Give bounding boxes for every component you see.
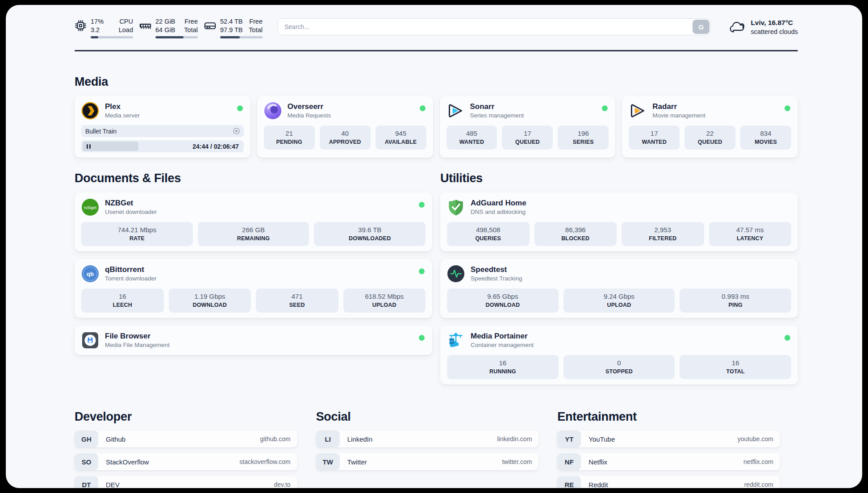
service-card-filebrowser[interactable]: File Browser Media File Management (75, 326, 432, 355)
link-abbr-badge: GH (75, 430, 98, 447)
service-card-sonarr[interactable]: Sonarr Series management 485WANTED 17QUE… (440, 96, 616, 158)
search-input[interactable] (278, 18, 711, 35)
service-title: Media Portainer (471, 332, 534, 341)
stat-download: 9.65 GbpsDOWNLOAD (447, 288, 559, 313)
now-playing-title: Bullet Train (85, 128, 117, 135)
stat-series: 196SERIES (558, 125, 609, 150)
service-subtitle: Series management (470, 112, 524, 119)
disk-total-label: Total (249, 26, 263, 34)
link-abbr-badge: SO (75, 453, 98, 470)
section-entertainment: Entertainment YT YouTube youtube.com NF … (557, 409, 780, 488)
stat-leech: 16LEECH (81, 288, 164, 313)
plex-icon (81, 102, 99, 120)
disk-icon (204, 20, 216, 32)
stat-approved: 40APPROVED (320, 125, 371, 150)
stat-queued: 22QUEUED (684, 125, 735, 150)
disk-free-label: Free (249, 17, 263, 26)
pause-icon (87, 144, 88, 149)
service-title: Speedtest (471, 265, 522, 274)
status-online-dot (237, 105, 243, 111)
service-subtitle: Usenet downloader (105, 209, 157, 216)
service-subtitle: Torrent downloader (105, 275, 157, 282)
system-stats: 17% 3.2 CPU Load (75, 17, 263, 38)
link-linkedin[interactable]: LI LinkedIn linkedin.com (316, 430, 539, 447)
service-title: NZBGet (105, 199, 157, 208)
service-card-nzbget[interactable]: nzbget NZBGet Usenet downloader 744.21 M… (75, 192, 432, 251)
stop-button[interactable] (233, 128, 240, 134)
stat-seed: 471SEED (256, 288, 338, 313)
weather-widget: Lviv, 16.87°C scattered clouds (729, 18, 798, 36)
link-name: DEV (106, 481, 120, 489)
screen-background: 17% 3.2 CPU Load (0, 0, 868, 493)
link-name: YouTube (588, 435, 615, 443)
ram-progress-bar (155, 36, 198, 38)
sonarr-icon (447, 102, 464, 120)
service-card-radarr[interactable]: Radarr Movie management 17WANTED 22QUEUE… (622, 96, 798, 158)
status-online-dot (785, 335, 790, 341)
stat-movies: 834MOVIES (740, 125, 791, 150)
speedtest-icon (447, 265, 465, 283)
stat-filtered: 2,953FILTERED (622, 222, 704, 246)
ram-total-value: 64 GiB (155, 26, 175, 34)
link-url: github.com (260, 435, 290, 443)
link-twitter[interactable]: TW Twitter twitter.com (316, 453, 539, 470)
playback-time: 24:44 / 02:06:47 (192, 143, 242, 150)
cpu-icon (75, 20, 87, 32)
link-abbr-badge: LI (316, 430, 340, 447)
link-abbr-badge: TW (316, 453, 340, 470)
pause-button[interactable] (83, 142, 138, 151)
status-online-dot (420, 105, 426, 111)
link-url: reddit.com (744, 481, 773, 488)
section-title-media: Media (75, 75, 798, 89)
stat-queued: 17QUEUED (502, 125, 553, 150)
cpu-stat: 17% 3.2 CPU Load (75, 17, 133, 38)
link-name: Netflix (588, 458, 607, 466)
service-subtitle: Container management (471, 342, 534, 349)
stat-latency: 47.57 msLATENCY (709, 222, 792, 246)
search-bar: G (278, 18, 711, 35)
service-title: Radarr (652, 102, 705, 111)
link-stackoverflow[interactable]: SO StackOverflow stackoverflow.com (75, 453, 297, 470)
stat-upload: 9.24 GbpsUPLOAD (563, 288, 675, 313)
service-title: Sonarr (470, 102, 524, 111)
search-engine-button[interactable]: G (693, 20, 709, 34)
service-title: AdGuard Home (471, 199, 526, 208)
link-name: Github (106, 435, 125, 443)
cpu-usage-label: CPU (119, 17, 133, 26)
now-playing-row: Bullet Train (81, 125, 244, 137)
service-card-speedtest[interactable]: Speedtest Speedtest Tracking 9.65 GbpsDO… (440, 259, 798, 318)
disk-progress-bar (220, 36, 263, 38)
service-card-qbittorrent[interactable]: qb qBittorrent Torrent downloader 16LEEC… (75, 259, 432, 318)
adguard-icon (447, 198, 465, 216)
link-reddit[interactable]: RE Reddit reddit.com (557, 476, 780, 488)
header-divider (75, 50, 798, 51)
section-title-utilities: Utilities (440, 171, 798, 185)
ram-total-label: Total (184, 26, 198, 34)
link-url: stackoverflow.com (239, 458, 290, 465)
disk-free-value: 52.4 TB (220, 17, 243, 26)
section-developer: Developer GH Github github.com SO StackO… (75, 409, 297, 488)
link-url: twitter.com (502, 458, 532, 465)
section-social: Social LI LinkedIn linkedin.com TW Twitt… (316, 409, 539, 488)
cloud-icon (729, 20, 746, 34)
link-netflix[interactable]: NF Netflix netflix.com (557, 453, 780, 470)
service-card-adguard[interactable]: AdGuard Home DNS and adblocking 498,508Q… (440, 192, 798, 251)
header: 17% 3.2 CPU Load (75, 17, 798, 38)
stat-remaining: 266 GBREMAINING (198, 222, 309, 246)
service-card-overseerr[interactable]: Overseerr Media Requests 21PENDING 40APP… (257, 96, 433, 158)
service-card-portainer[interactable]: Media Portainer Container management 16R… (440, 326, 798, 384)
link-github[interactable]: GH Github github.com (75, 430, 297, 447)
link-dev[interactable]: DT DEV dev.to (75, 476, 297, 488)
stat-downloaded: 39.6 TBDOWNLOADED (314, 222, 426, 246)
status-online-dot (419, 268, 425, 274)
ram-free-label: Free (184, 17, 198, 26)
link-url: dev.to (274, 481, 291, 488)
service-card-plex[interactable]: Plex Media server Bullet Train (75, 96, 250, 158)
service-subtitle: Media Requests (288, 112, 331, 119)
link-name: Reddit (588, 481, 608, 489)
stat-download: 1.19 GbpsDOWNLOAD (169, 288, 251, 313)
stat-running: 16RUNNING (447, 355, 559, 379)
link-youtube[interactable]: YT YouTube youtube.com (557, 430, 780, 447)
stat-available: 945AVAILABLE (376, 125, 426, 150)
service-subtitle: Movie management (652, 112, 705, 119)
